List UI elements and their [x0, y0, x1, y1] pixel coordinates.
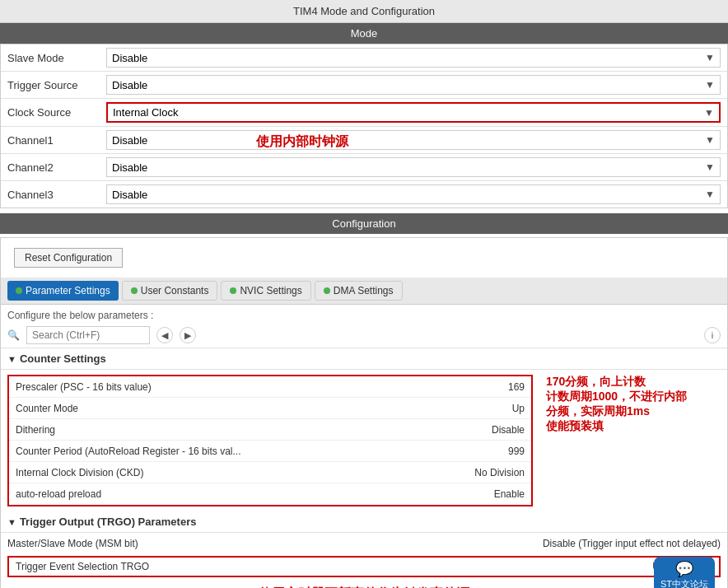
tab-parameter-settings[interactable]: Parameter Settings: [7, 281, 119, 301]
channel2-arrow: ▼: [705, 161, 715, 173]
clock-source-arrow: ▼: [704, 107, 714, 119]
channel2-label: Channel2: [7, 161, 106, 174]
channel2-select[interactable]: Disable ▼: [106, 157, 721, 177]
channel1-label: Channel1: [7, 134, 106, 147]
forum-icon: 💬: [660, 560, 708, 578]
search-icon: 🔍: [7, 329, 20, 341]
channel2-row: Channel2 Disable ▼: [1, 154, 727, 181]
trigger-output-label: Trigger Output (TRGO) Parameters: [20, 516, 197, 528]
reset-config-button[interactable]: Reset Configuration: [14, 248, 123, 268]
tab-user-constants[interactable]: User Constants: [122, 281, 218, 301]
clock-source-select[interactable]: Internal Clock ▼: [106, 102, 721, 123]
channel3-select[interactable]: Disable ▼: [106, 184, 721, 204]
trigger-output-toggle[interactable]: ▼ Trigger Output (TRGO) Parameters: [1, 511, 727, 533]
param-row-dithering: Dithering Disable: [9, 419, 531, 441]
param-row-preload: auto-reload preload Enable: [9, 483, 531, 505]
channel3-arrow: ▼: [705, 189, 715, 200]
counter-annotation: 170分频，向上计数 计数周期1000，不进行内部 分频，实际周期1ms 使能预…: [546, 371, 727, 510]
counter-params-area: Prescaler (PSC - 16 bits value) 169 Coun…: [1, 371, 727, 510]
config-section: Reset Configuration Parameter Settings U…: [0, 237, 728, 588]
channel1-arrow: ▼: [705, 134, 715, 146]
prev-nav-button[interactable]: ◀: [156, 327, 173, 343]
slave-mode-arrow: ▼: [705, 52, 715, 63]
page-header: TIM4 Mode and Configuration: [0, 0, 728, 23]
param-row-counter-mode: Counter Mode Up: [9, 398, 531, 419]
clock-source-row: Clock Source Internal Clock ▼: [1, 99, 727, 127]
tab-nvic-settings[interactable]: NVIC Settings: [221, 281, 310, 301]
trigger-source-select[interactable]: Disable ▼: [106, 75, 721, 95]
counter-param-group: Prescaler (PSC - 16 bits value) 169 Coun…: [7, 375, 533, 506]
tab-dma-settings[interactable]: DMA Settings: [315, 281, 403, 301]
mode-section: Slave Mode Disable ▼ Trigger Source Disa…: [0, 44, 728, 208]
header-title: TIM4 Mode and Configuration: [293, 5, 435, 17]
forum-label: ST中文论坛: [660, 579, 708, 588]
channel3-row: Channel3 Disable ▼: [1, 181, 727, 208]
channel1-select[interactable]: Disable ▼: [106, 130, 721, 150]
trigger-source-row: Trigger Source Disable ▼: [1, 72, 727, 99]
tab-dot-user: [131, 287, 138, 294]
param-row-ckd: Internal Clock Division (CKD) No Divisio…: [9, 462, 531, 483]
search-row: 🔍 ◀ ▶ i: [1, 323, 727, 348]
param-row-counter-period: Counter Period (AutoReload Register - 16…: [9, 441, 531, 462]
config-section-header: Configuration: [0, 213, 728, 234]
clock-source-label: Clock Source: [7, 106, 106, 119]
trigger-event-row: Trigger Event Selection TRGO Update Even…: [7, 556, 721, 577]
msm-bit-row: Master/Slave Mode (MSM bit) Disable (Tri…: [1, 533, 727, 554]
counter-settings-toggle[interactable]: ▼ Counter Settings: [1, 348, 727, 370]
tab-dot-parameter: [16, 287, 22, 294]
channel1-row: Channel1 Disable ▼: [1, 127, 727, 154]
trigger-source-arrow: ▼: [705, 79, 715, 91]
mode-section-header: Mode: [0, 23, 728, 44]
slave-mode-select[interactable]: Disable ▼: [106, 48, 721, 68]
trigger-toggle-arrow: ▼: [7, 517, 16, 527]
forum-badge[interactable]: 💬 ST中文论坛: [654, 557, 715, 588]
trigger-annotation: 使用定时器更新事件作为触发事件源: [1, 579, 727, 588]
tabs-row: Parameter Settings User Constants NVIC S…: [1, 278, 727, 305]
tab-dot-nvic: [230, 287, 236, 294]
trigger-source-label: Trigger Source: [7, 79, 106, 91]
next-nav-button[interactable]: ▶: [180, 327, 196, 343]
info-button[interactable]: i: [704, 327, 721, 343]
counter-toggle-arrow: ▼: [7, 354, 16, 364]
slave-mode-label: Slave Mode: [7, 52, 106, 64]
search-input[interactable]: [26, 326, 150, 344]
tab-dot-dma: [324, 287, 330, 294]
param-row-prescaler: Prescaler (PSC - 16 bits value) 169: [9, 376, 531, 398]
counter-settings-label: Counter Settings: [20, 352, 106, 365]
channel3-label: Channel3: [7, 189, 106, 201]
slave-mode-row: Slave Mode Disable ▼: [1, 44, 727, 72]
reset-btn-area: Reset Configuration: [1, 238, 727, 278]
configure-text: Configure the below parameters :: [1, 305, 727, 323]
